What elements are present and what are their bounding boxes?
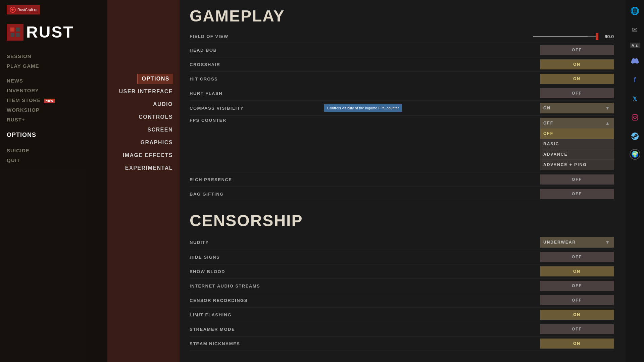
hit-cross-label: HIT CROSS — [190, 76, 324, 82]
instagram-icon[interactable] — [629, 111, 641, 123]
hit-cross-toggle[interactable]: ON — [540, 74, 614, 84]
fov-slider-container[interactable]: 90.0 — [533, 34, 614, 39]
setting-fov: FIELD OF VIEW 90.0 — [190, 30, 614, 43]
nav-item-inventory[interactable]: INVENTORY — [7, 86, 101, 95]
left-nav: SESSION PLAY GAME NEWS INVENTORY ITEM ST… — [0, 51, 107, 165]
nav-item-workshop[interactable]: WORKSHOP — [7, 105, 101, 115]
svg-rect-1 — [10, 28, 14, 32]
mid-nav-graphics[interactable]: GRAPHICS — [141, 138, 173, 148]
crosshair-toggle[interactable]: ON — [540, 59, 614, 69]
hide-signs-label: HIDE SIGNS — [190, 255, 324, 260]
limit-flashing-toggle[interactable]: ON — [540, 310, 614, 320]
svg-rect-3 — [10, 33, 14, 37]
mid-nav-controls[interactable]: CONTROLS — [139, 112, 173, 122]
setting-limit-flashing: LIMIT FLASHING ON — [190, 308, 614, 322]
fps-counter-dropdown[interactable]: OFF ▲ — [540, 118, 614, 128]
steam-nicknames-control: ON — [324, 339, 614, 349]
rust-logo-icon — [7, 24, 23, 41]
nav-item-rust-plus[interactable]: RUST+ — [7, 115, 101, 124]
censor-recordings-toggle[interactable]: OFF — [540, 295, 614, 305]
compass-tooltip: Controls visiblity of the ingame FPS cou… — [324, 104, 402, 112]
hit-cross-control: ON — [324, 74, 614, 84]
fov-slider-fill — [533, 36, 588, 37]
setting-nudity: NUDITY UNDERWEAR ▼ — [190, 235, 614, 250]
fov-label: FIELD OF VIEW — [190, 34, 324, 39]
show-blood-toggle[interactable]: ON — [540, 266, 614, 276]
mid-nav-experimental[interactable]: EXPERIMENTAL — [125, 163, 173, 173]
hurt-flash-control: OFF — [324, 88, 614, 98]
hide-signs-toggle[interactable]: OFF — [540, 252, 614, 262]
fps-dropdown-list: OFF BASIC ADVANCE ADVANCE + PING — [540, 128, 614, 170]
setting-steam-nicknames: STEAM NICKNAMES ON — [190, 337, 614, 351]
mid-nav-options[interactable]: OPTIONS — [137, 74, 173, 84]
mid-nav-user-interface[interactable]: USER INTERFACE — [119, 87, 173, 97]
nav-item-quit[interactable]: QUIT — [7, 155, 101, 165]
fov-slider-thumb[interactable] — [596, 33, 598, 40]
left-panel: RustCraft.ru RUST SESSION PLAY GAME NEWS… — [0, 0, 107, 362]
fov-value: 90.0 — [600, 34, 614, 39]
steam-nicknames-toggle[interactable]: ON — [540, 339, 614, 349]
nudity-arrow: ▼ — [605, 240, 610, 245]
setting-hit-cross: HIT CROSS ON — [190, 72, 614, 86]
internet-audio-toggle[interactable]: OFF — [540, 281, 614, 291]
streamer-mode-toggle[interactable]: OFF — [540, 324, 614, 334]
facebook-icon[interactable]: f — [629, 74, 641, 86]
website-icon[interactable]: 🌍 — [630, 149, 640, 160]
show-blood-label: SHOW BLOOD — [190, 269, 324, 274]
nav-item-options[interactable]: OPTIONS — [7, 130, 101, 141]
mid-nav-screen[interactable]: SCREEN — [147, 125, 173, 135]
rust-logo: RUST — [0, 23, 107, 41]
nav-item-session[interactable]: SESSION — [7, 51, 101, 61]
limit-flashing-label: LIMIT FLASHING — [190, 312, 324, 317]
steam-icon[interactable] — [629, 130, 641, 142]
pulse-icon — [10, 7, 16, 13]
censor-recordings-label: CENSOR RECORDINGS — [190, 298, 324, 303]
rust-logo-text: RUST — [26, 23, 74, 41]
nav-item-item-store[interactable]: ITEM STORE NEW — [7, 95, 101, 105]
show-blood-control: ON — [324, 266, 614, 276]
mid-panel: OPTIONS USER INTERFACE AUDIO CONTROLS SC… — [107, 0, 180, 362]
fps-option-advance[interactable]: ADVANCE — [540, 149, 614, 160]
nudity-control: UNDERWEAR ▼ — [324, 237, 614, 248]
nudity-value: UNDERWEAR — [543, 240, 576, 245]
fps-option-off[interactable]: OFF — [540, 128, 614, 139]
discord-icon[interactable] — [629, 55, 641, 67]
fps-option-basic[interactable]: BASIC — [540, 139, 614, 149]
compass-value: ON — [543, 106, 551, 110]
mid-nav: OPTIONS USER INTERFACE AUDIO CONTROLS SC… — [107, 74, 180, 173]
setting-show-blood: SHOW BLOOD ON — [190, 264, 614, 279]
rich-presence-toggle[interactable]: OFF — [540, 174, 614, 185]
setting-hurt-flash: HURT FLASH OFF — [190, 86, 614, 101]
nav-item-suicide[interactable]: SUICIDE — [7, 146, 101, 155]
fov-slider-track[interactable] — [533, 36, 597, 37]
twitter-icon[interactable]: 𝕏 — [629, 93, 641, 105]
fps-option-advance-ping[interactable]: ADVANCE + PING — [540, 160, 614, 170]
compass-dropdown[interactable]: ON ▼ — [540, 103, 614, 113]
nav-item-news[interactable]: NEWS — [7, 76, 101, 86]
svg-point-7 — [636, 116, 637, 116]
nudity-dropdown[interactable]: UNDERWEAR ▼ — [540, 237, 614, 248]
head-bob-label: HEAD BOB — [190, 48, 324, 53]
nudity-label: NUDITY — [190, 240, 324, 245]
language-badge[interactable]: A Z — [630, 43, 640, 48]
setting-internet-audio: INTERNET AUDIO STREAMS OFF — [190, 279, 614, 293]
censorship-title: CENSORSHIP — [190, 211, 614, 230]
fov-control: 90.0 — [324, 34, 614, 39]
globe-icon[interactable]: 🌐 — [629, 5, 641, 17]
bag-gifting-toggle[interactable]: OFF — [540, 189, 614, 199]
head-bob-toggle[interactable]: OFF — [540, 45, 614, 55]
censor-recordings-control: OFF — [324, 295, 614, 305]
right-sidebar: 🌐 ✉ A Z f 𝕏 🌍 — [626, 0, 644, 362]
crosshair-label: CROSSHAIR — [190, 62, 324, 67]
gameplay-title: GAMEPLAY — [190, 7, 614, 25]
fps-counter-label: FPS COUNTER — [190, 118, 324, 123]
setting-crosshair: CROSSHAIR ON — [190, 57, 614, 72]
hurt-flash-label: HURT FLASH — [190, 91, 324, 96]
nav-item-play-game[interactable]: PLAY GAME — [7, 61, 101, 71]
mid-nav-audio[interactable]: AUDIO — [153, 99, 173, 109]
mid-nav-image-effects[interactable]: IMAGE EFFECTS — [123, 150, 173, 160]
hurt-flash-toggle[interactable]: OFF — [540, 88, 614, 98]
mail-icon[interactable]: ✉ — [629, 24, 641, 36]
bag-gifting-control: OFF — [324, 189, 614, 199]
setting-bag-gifting: BAG GIFTING OFF — [190, 187, 614, 201]
